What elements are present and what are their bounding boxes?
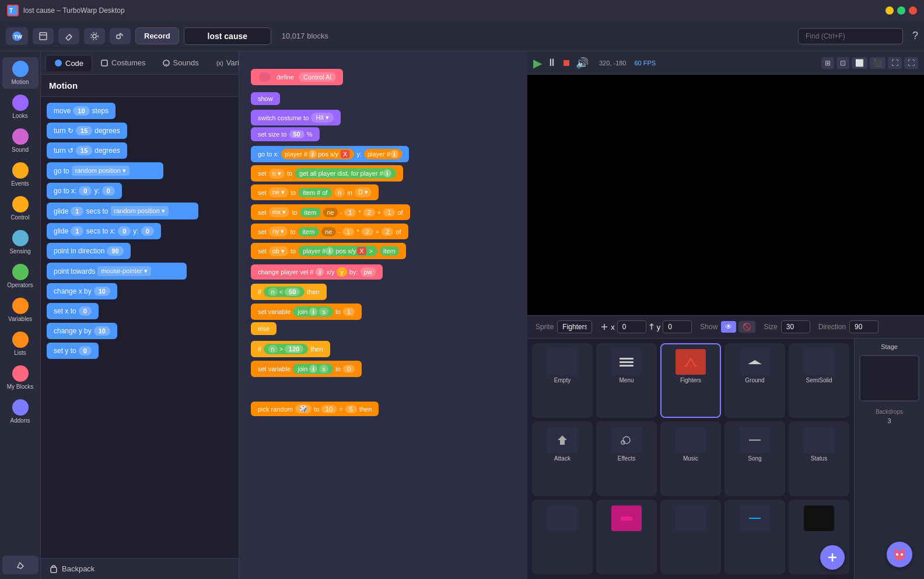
- block-set-y[interactable]: set y to 0: [47, 343, 99, 359]
- size-input[interactable]: [781, 320, 810, 333]
- sprite-thumb-menu[interactable]: Menu: [596, 343, 657, 418]
- sprite-thumb-fighters[interactable]: Fighters: [660, 343, 721, 418]
- edit-menu-button[interactable]: [58, 28, 79, 44]
- mx-dropdown[interactable]: mx ▾: [269, 207, 290, 217]
- script-set-var[interactable]: set variable join i s to 1: [251, 304, 362, 320]
- block-glide-xy[interactable]: glide 1 secs to x: 0 y: 0: [47, 223, 161, 239]
- sprite-name-input[interactable]: [557, 320, 592, 333]
- script-if-n[interactable]: if n < 50 then: [251, 284, 327, 300]
- layout-1-button[interactable]: ⊞: [821, 57, 834, 69]
- block-point-direction[interactable]: point in direction 90: [47, 243, 131, 259]
- fullscreen-button[interactable]: ⛶: [904, 57, 918, 69]
- turbowarp-menu-button[interactable]: TW: [6, 27, 28, 45]
- script-set-var2[interactable]: set variable join i s to 0: [251, 361, 362, 377]
- category-variables[interactable]: Variables: [2, 294, 38, 326]
- block-set-y-val[interactable]: 0: [79, 346, 92, 355]
- val-0[interactable]: 0: [343, 365, 355, 373]
- ny-dropdown[interactable]: ny ▾: [269, 226, 288, 236]
- block-turn-left-val[interactable]: 15: [76, 146, 92, 155]
- script-set-ne[interactable]: set ne ▾ to item # of n in D ▾: [251, 184, 379, 200]
- block-change-y[interactable]: change y by 10: [47, 323, 117, 339]
- sprite-thumb-12[interactable]: [596, 500, 657, 574]
- find-input[interactable]: [798, 28, 903, 44]
- ne-dropdown[interactable]: ne ▾: [269, 187, 288, 197]
- block-turn-left[interactable]: turn ↺ 15 degrees: [47, 142, 127, 159]
- block-set-x[interactable]: set x to 0: [47, 303, 99, 319]
- pause-button[interactable]: ⏸: [547, 57, 557, 69]
- backpack-bar[interactable]: Backpack: [41, 558, 239, 579]
- script-set-mx[interactable]: set mx ▾ to item ne - 1 * 2 + 1 of: [251, 204, 410, 220]
- category-addons[interactable]: Addons: [2, 396, 38, 427]
- script-set-ob[interactable]: set ob ▾ to player #i pos x/yX > item: [251, 243, 406, 259]
- category-motion[interactable]: Motion: [2, 57, 38, 89]
- sprite-thumb-attack[interactable]: Attack: [532, 421, 593, 496]
- add-sprite-button[interactable]: [820, 545, 845, 570]
- project-name[interactable]: lost cause: [184, 27, 271, 45]
- n-var[interactable]: n: [334, 188, 345, 197]
- sprite-thumb-effects[interactable]: Effects: [596, 421, 657, 496]
- x-input[interactable]: [617, 320, 646, 333]
- block-glide-dropdown[interactable]: random position ▾: [111, 206, 169, 216]
- script-else-block[interactable]: else: [251, 322, 276, 335]
- file-menu-button[interactable]: [33, 28, 54, 44]
- script-define-block[interactable]: define Control AI: [251, 69, 343, 85]
- close-button[interactable]: [909, 6, 917, 15]
- help-button[interactable]: ?: [912, 30, 918, 42]
- category-myblocks[interactable]: My Blocks: [2, 362, 38, 393]
- y-input[interactable]: [663, 320, 692, 333]
- block-point-towards[interactable]: point towards mouse-pointer ▾: [47, 263, 187, 280]
- script-change-vel[interactable]: change player vel # i x/y y by: pw: [251, 264, 383, 280]
- block-change-x[interactable]: change x by 10: [47, 283, 117, 299]
- val6[interactable]: 2: [382, 228, 393, 236]
- maximize-button[interactable]: [897, 6, 905, 15]
- layout-5-button[interactable]: ⛶: [888, 57, 902, 69]
- green-flag-button[interactable]: ▶: [533, 56, 542, 70]
- hide-eye-button[interactable]: 🚫: [738, 321, 755, 333]
- script-goto-player[interactable]: go to x: player #i pos x/yX y: player #i: [251, 146, 409, 162]
- script-costume-block[interactable]: switch costume to Hit ▾: [251, 110, 341, 125]
- layout-3-button[interactable]: ⬜: [852, 57, 867, 69]
- val3[interactable]: 1: [383, 208, 395, 217]
- block-move-val[interactable]: 10: [73, 106, 89, 116]
- pick-check[interactable]: 5: [345, 405, 357, 413]
- val4[interactable]: 1: [342, 228, 354, 236]
- layout-4-button[interactable]: ⬛: [870, 57, 886, 69]
- stage-mini-preview[interactable]: [859, 355, 919, 402]
- d-dropdown[interactable]: D ▾: [355, 187, 372, 197]
- sprite-thumb-13[interactable]: [660, 500, 721, 574]
- speaker-button[interactable]: 🔊: [576, 57, 589, 69]
- block-goto-y-val[interactable]: 0: [102, 186, 115, 196]
- val1[interactable]: 1: [344, 208, 356, 217]
- block-set-x-val[interactable]: 0: [79, 306, 92, 316]
- sprite-thumb-song[interactable]: Song: [724, 421, 785, 496]
- block-move[interactable]: move 10 steps: [47, 103, 116, 119]
- sprite-thumb-14[interactable]: [724, 500, 785, 574]
- block-glide-xy-val[interactable]: 1: [71, 226, 83, 236]
- val-1[interactable]: 1: [343, 308, 355, 316]
- block-turn-right[interactable]: turn ↻ 15 degrees: [47, 123, 127, 139]
- sprite-thumb-ground[interactable]: Ground: [724, 343, 785, 418]
- block-glide-xy-y[interactable]: 0: [141, 226, 154, 236]
- block-change-y-val[interactable]: 10: [94, 326, 110, 336]
- block-goto-dropdown[interactable]: random position ▾: [72, 166, 130, 176]
- pick-max[interactable]: 10: [321, 405, 337, 413]
- script-set-n[interactable]: set n ▾ to get all player dist, for play…: [251, 165, 403, 182]
- script-set-ny[interactable]: set ny ▾ to item ne - 1 * 2 + 2 of: [251, 224, 408, 239]
- stage-viewport[interactable]: [527, 75, 924, 315]
- show-eye-button[interactable]: 👁: [721, 321, 736, 333]
- sprite-thumb-status[interactable]: Status: [789, 421, 849, 496]
- block-goto-x-val[interactable]: 0: [79, 186, 92, 196]
- layout-2-button[interactable]: ⊡: [836, 57, 849, 69]
- category-control[interactable]: Control: [2, 193, 38, 224]
- category-operators[interactable]: Operators: [2, 260, 38, 292]
- category-sound[interactable]: Sound: [2, 125, 38, 156]
- tab-costumes[interactable]: Costumes: [92, 55, 154, 71]
- block-goto-random[interactable]: go to random position ▾: [47, 162, 163, 179]
- sprite-thumb-empty[interactable]: Empty: [532, 343, 593, 418]
- script-pick-random[interactable]: pick random 🎲 to 10 = 5 then: [251, 402, 379, 416]
- block-glide-xy-x[interactable]: 0: [118, 226, 131, 236]
- record-button[interactable]: Record: [135, 27, 179, 44]
- block-change-x-val[interactable]: 10: [94, 287, 110, 296]
- category-lists[interactable]: Lists: [2, 328, 38, 360]
- player-y-block[interactable]: player #i: [364, 149, 402, 159]
